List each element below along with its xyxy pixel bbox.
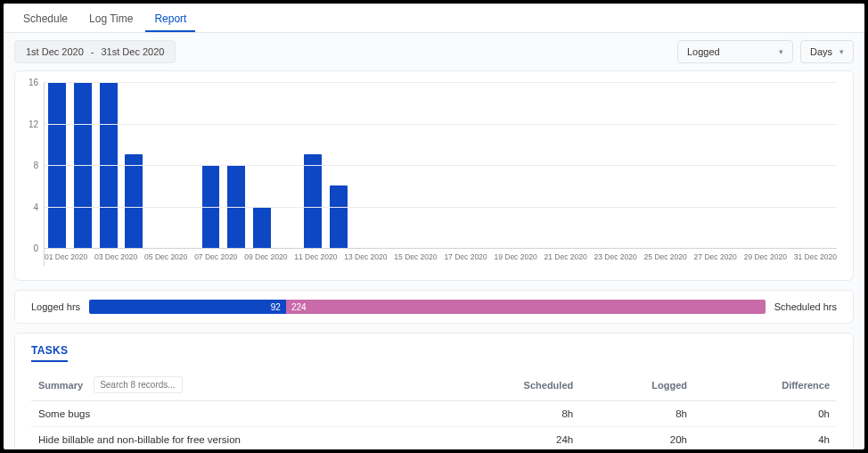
y-tick-label: 0 [33,243,38,253]
task-summary: Some bugs [31,401,434,427]
tasks-header-scheduled[interactable]: Scheduled [434,371,580,401]
task-summary: Hide billable and non-billable for free … [31,427,434,450]
progress-segment-logged: 92 [89,300,286,314]
x-tick-label [687,249,694,266]
x-tick-label: 05 Dec 2020 [144,249,187,266]
x-tick-label [537,249,545,266]
x-tick-label: 19 Dec 2020 [494,249,536,266]
bar[interactable] [125,154,143,248]
x-tick-label [787,249,794,266]
grid-line [45,82,837,83]
x-tick-label [187,249,194,266]
x-tick-label: 29 Dec 2020 [744,249,787,266]
tab-bar: Schedule Log Time Report [4,4,864,33]
date-range-separator: - [91,46,94,57]
x-tick-label: 31 Dec 2020 [794,249,837,266]
tasks-header-summary: Summary [38,380,83,391]
tasks-header-logged[interactable]: Logged [580,371,694,401]
y-tick-label: 12 [29,119,38,128]
progress-value-scheduled: 224 [291,302,307,312]
y-tick-label: 16 [29,78,38,87]
bar[interactable] [253,207,271,249]
progress-label-scheduled: Scheduled hrs [774,301,837,312]
date-range-end: 31st Dec 2020 [102,46,165,57]
x-tick-label: 01 Dec 2020 [45,249,87,266]
y-tick-label: 8 [33,161,38,170]
task-logged: 8h [580,401,694,427]
task-difference: 0h [694,401,837,427]
x-tick-label: 03 Dec 2020 [94,249,137,266]
tab-schedule[interactable]: Schedule [14,9,77,32]
chart-card: 0481216 01 Dec 202003 Dec 202005 Dec 202… [14,70,854,281]
tab-log-time[interactable]: Log Time [80,9,142,32]
bar[interactable] [304,154,322,248]
tasks-table: Summary Scheduled Logged Difference Some… [31,371,837,449]
controls-row: 1st Dec 2020 - 31st Dec 2020 Logged ▾ Da… [4,33,864,70]
bar[interactable] [330,185,348,248]
x-tick-label: 21 Dec 2020 [544,249,586,266]
grid-line [45,207,837,208]
y-tick-label: 4 [33,202,38,211]
x-tick-label [137,249,144,266]
progress-bar: 92 224 [89,300,766,314]
x-tick-label: 27 Dec 2020 [694,249,737,266]
tab-report[interactable]: Report [145,9,195,32]
chevron-down-icon: ▾ [839,47,844,56]
progress-value-logged: 92 [271,302,281,312]
x-tick-label: 15 Dec 2020 [394,249,437,266]
progress-segment-scheduled: 224 [286,300,766,314]
x-tick-label: 17 Dec 2020 [444,249,487,266]
x-tick-label [438,249,445,266]
tasks-title: TASKS [31,344,68,362]
task-scheduled: 24h [434,427,580,450]
x-tick-label [737,249,744,266]
x-tick-label [487,249,495,266]
x-tick-label: 07 Dec 2020 [194,249,237,266]
date-range-picker[interactable]: 1st Dec 2020 - 31st Dec 2020 [14,40,176,63]
granularity-select[interactable]: Days ▾ [800,40,854,63]
progress-label-logged: Logged hrs [31,301,80,312]
y-axis: 0481216 [22,82,44,266]
metric-select-value: Logged [687,46,720,57]
x-tick-label: 09 Dec 2020 [244,249,287,266]
date-range-start: 1st Dec 2020 [26,46,84,57]
task-difference: 4h [694,427,837,450]
x-tick-label: 25 Dec 2020 [644,249,687,266]
table-row[interactable]: Hide billable and non-billable for free … [31,427,837,450]
x-tick-label: 13 Dec 2020 [344,249,387,266]
x-tick-label [287,249,294,266]
chevron-down-icon: ▾ [779,47,783,56]
table-row[interactable]: Some bugs8h8h0h [31,401,837,427]
x-tick-label: 23 Dec 2020 [594,249,637,266]
granularity-select-value: Days [810,46,832,57]
progress-card: Logged hrs 92 224 Scheduled hrs [14,290,854,324]
x-axis: 01 Dec 202003 Dec 202005 Dec 202007 Dec … [45,248,837,266]
x-tick-label [87,249,94,266]
tasks-card: TASKS Summary Scheduled Logged Differenc… [14,333,854,449]
x-tick-label [237,249,244,266]
task-scheduled: 8h [434,401,580,427]
grid-line [45,124,837,125]
x-tick-label [637,249,644,266]
tasks-search-input[interactable] [94,376,183,393]
x-tick-label: 11 Dec 2020 [294,249,337,266]
x-tick-label [387,249,394,266]
metric-select[interactable]: Logged ▾ [677,40,793,63]
plot-area: 01 Dec 202003 Dec 202005 Dec 202007 Dec … [44,82,837,266]
tasks-header-summary-cell: Summary [31,371,434,401]
tasks-header-difference[interactable]: Difference [694,371,837,401]
task-logged: 20h [580,427,694,450]
app-window: Schedule Log Time Report 1st Dec 2020 - … [4,4,864,449]
x-tick-label [587,249,594,266]
grid-line [45,165,837,166]
bar-chart: 0481216 01 Dec 202003 Dec 202005 Dec 202… [22,82,837,266]
x-tick-label [337,249,344,266]
